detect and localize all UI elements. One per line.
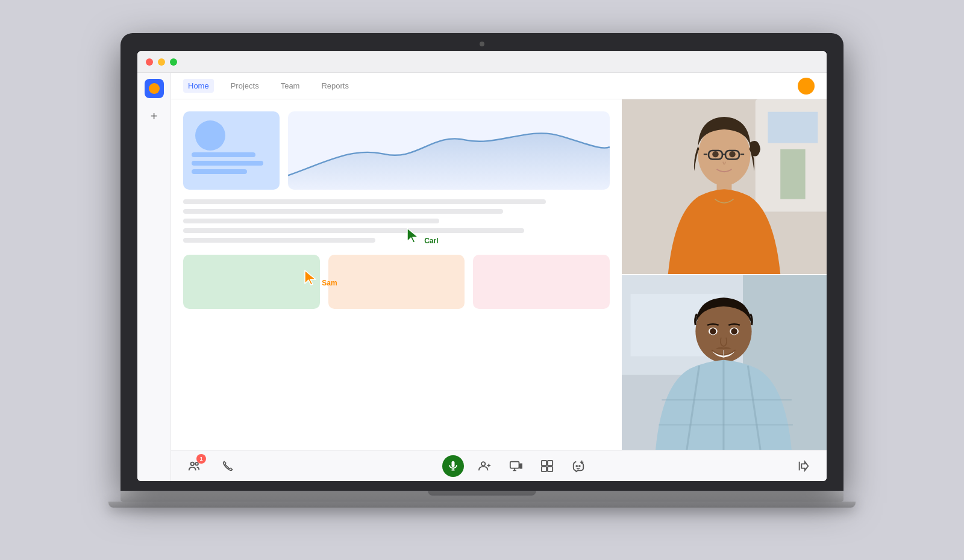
content-chart xyxy=(288,111,610,190)
participant-2-video xyxy=(622,275,827,450)
svg-rect-41 xyxy=(542,460,546,465)
laptop-shell: + Home Projects Team Reports xyxy=(96,33,868,527)
add-workspace-button[interactable]: + xyxy=(146,108,163,125)
leave-icon xyxy=(797,459,810,473)
leave-button[interactable] xyxy=(793,455,815,477)
app-logo[interactable] xyxy=(145,79,164,98)
svg-rect-44 xyxy=(548,466,552,471)
window-chrome xyxy=(137,51,827,73)
participants-button[interactable]: 1 xyxy=(183,455,205,477)
laptop-foot xyxy=(108,502,856,508)
svg-point-24 xyxy=(731,328,737,334)
notification-button[interactable] xyxy=(798,78,815,95)
shared-screen: Sam Carl xyxy=(171,99,622,450)
svg-rect-43 xyxy=(542,466,546,471)
icon-sidebar: + xyxy=(137,73,171,481)
video-panel-1 xyxy=(622,99,827,275)
top-nav: Home Projects Team Reports xyxy=(171,73,827,99)
camera-dot xyxy=(480,42,484,46)
tab-projects[interactable]: Projects xyxy=(226,79,264,93)
svg-point-13 xyxy=(729,151,735,157)
svg-point-12 xyxy=(712,151,718,157)
toolbar-right xyxy=(793,455,815,477)
phone-icon xyxy=(222,460,234,472)
app-layout: + Home Projects Team Reports xyxy=(137,73,827,481)
svg-point-22 xyxy=(710,328,716,334)
add-person-button[interactable] xyxy=(474,455,495,477)
bottom-card-green xyxy=(183,255,320,309)
screen-share-button[interactable] xyxy=(505,455,527,477)
screen-share-icon xyxy=(509,459,522,473)
toolbar-center xyxy=(239,455,793,477)
participants-badge: 1 xyxy=(196,454,206,464)
minimize-button[interactable] xyxy=(158,58,165,66)
content-row-2 xyxy=(183,199,610,243)
laptop-bezel: + Home Projects Team Reports xyxy=(120,33,844,491)
content-row-3 xyxy=(183,255,610,309)
microphone-button[interactable] xyxy=(442,455,464,477)
close-button[interactable] xyxy=(146,58,153,66)
svg-rect-39 xyxy=(510,461,519,468)
bottom-card-peach xyxy=(328,255,465,309)
svg-rect-4 xyxy=(768,112,818,143)
layout-icon xyxy=(540,459,554,473)
svg-rect-42 xyxy=(548,460,552,465)
tab-team[interactable]: Team xyxy=(276,79,305,93)
mock-app-content: Sam Carl xyxy=(183,111,610,438)
bottom-card-pink xyxy=(473,255,610,309)
participant-2-illustration xyxy=(622,275,827,450)
video-panel-2 xyxy=(622,275,827,450)
tab-home[interactable]: Home xyxy=(183,79,214,93)
laptop-screen: + Home Projects Team Reports xyxy=(137,51,827,481)
bottom-toolbar: 1 xyxy=(171,450,827,481)
svg-point-31 xyxy=(191,462,195,465)
phone-button[interactable] xyxy=(217,455,239,477)
reactions-button[interactable] xyxy=(568,455,589,477)
content-row-1 xyxy=(183,111,610,190)
maximize-button[interactable] xyxy=(170,58,177,66)
participant-1-video xyxy=(622,99,827,274)
svg-rect-33 xyxy=(452,461,455,467)
add-person-icon xyxy=(478,459,491,473)
svg-point-45 xyxy=(576,465,577,467)
laptop-base-notch xyxy=(428,491,536,496)
video-panels xyxy=(622,99,827,450)
content-area: Home Projects Team Reports xyxy=(171,73,827,481)
laptop-base xyxy=(120,491,844,502)
card-lines xyxy=(192,152,271,178)
tab-reports[interactable]: Reports xyxy=(316,79,354,93)
svg-point-36 xyxy=(481,462,485,465)
svg-rect-40 xyxy=(519,464,522,468)
microphone-icon xyxy=(447,460,459,472)
svg-rect-5 xyxy=(780,149,805,199)
svg-point-46 xyxy=(579,465,580,467)
main-content: Sam Carl xyxy=(171,99,827,450)
toolbar-left: 1 xyxy=(183,455,239,477)
content-card-blue xyxy=(183,111,280,190)
layout-button[interactable] xyxy=(536,455,558,477)
reactions-icon xyxy=(572,459,585,473)
participant-1-illustration xyxy=(622,99,827,274)
